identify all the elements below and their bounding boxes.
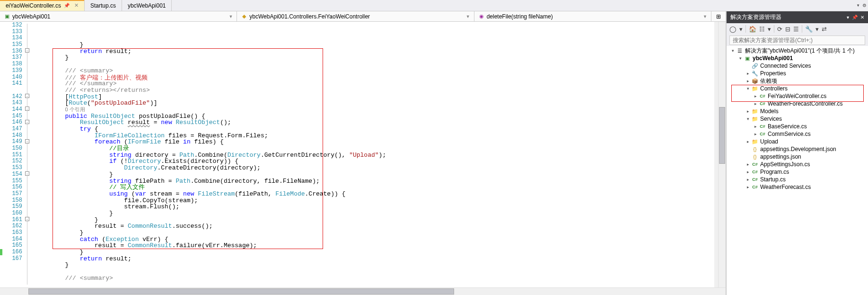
fold-toggle[interactable]: -	[25, 217, 29, 221]
expand-arrow-icon[interactable]: ▸	[745, 177, 751, 182]
document-tabs: eiYaoWeiController.cs📌✕Startup.csybcWebA…	[0, 0, 868, 11]
tab-label: Startup.cs	[90, 2, 116, 9]
close-icon[interactable]: ✕	[74, 2, 79, 9]
expand-arrow-icon[interactable]: ▾	[745, 116, 751, 121]
margin-indicator	[0, 22, 6, 287]
tree-item[interactable]: ▾📁Controllers	[727, 85, 868, 92]
json-icon: {}	[751, 146, 759, 152]
tree-item[interactable]: {}appsettings.Development.json	[727, 145, 868, 153]
expand-arrow-icon[interactable]: ▾	[745, 86, 751, 91]
expand-arrow-icon[interactable]: ▸	[745, 139, 751, 144]
expand-arrow-icon[interactable]: ▸	[745, 109, 751, 114]
scrollbar-thumb[interactable]	[28, 288, 454, 295]
chevron-down-icon: ▼	[228, 14, 233, 19]
split-editor-button[interactable]: ⊞	[711, 11, 726, 21]
tree-item[interactable]: ▸📁Upload	[727, 138, 868, 145]
tree-item[interactable]: ▸C#Startup.cs	[727, 176, 868, 183]
document-tab[interactable]: eiYaoWeiController.cs📌✕	[0, 0, 85, 11]
tree-item-label: CommService.cs	[768, 131, 811, 137]
wrench-icon: 🔧	[751, 70, 759, 77]
code-text-area[interactable]: } return result; } /// <summary> /// 客户端…	[35, 22, 714, 287]
tree-item[interactable]: ▸C#WeatherForecastController.cs	[727, 100, 868, 107]
tree-item[interactable]: ▸C#WeatherForecast.cs	[727, 183, 868, 191]
fold-toggle[interactable]: -	[25, 171, 29, 176]
tree-item-label: AppSettingsJson.cs	[760, 161, 810, 168]
tree-item[interactable]: ▸C#Program.cs	[727, 168, 868, 176]
tree-item[interactable]: ▸C#BaseService.cs	[727, 123, 868, 130]
vertical-scrollbar[interactable]	[718, 22, 726, 287]
tree-item[interactable]: ▾▣ybcWebApi001	[727, 54, 868, 62]
nav-class[interactable]: ◆ ybcWebApi001.Controllers.FeiYaoWeiCont…	[237, 11, 474, 21]
code-editor: ▣ ybcWebApi001 ▼ ◆ ybcWebApi001.Controll…	[0, 11, 726, 295]
tree-item[interactable]: {}appsettings.json	[727, 153, 868, 161]
tab-dropdown-icon[interactable]: ▾	[857, 2, 860, 9]
expand-arrow-icon[interactable]: ▸	[745, 79, 751, 83]
expand-arrow-icon[interactable]: ▾	[729, 48, 736, 53]
fold-toggle[interactable]: -	[25, 120, 29, 124]
solution-tree[interactable]: ▾☰解决方案"ybcWebApi001"(1 个项目/共 1 个)▾▣ybcWe…	[727, 46, 868, 295]
method-icon: ◉	[478, 13, 485, 20]
expand-arrow-icon[interactable]: ▸	[745, 71, 751, 76]
collapse-icon[interactable]: ⊟	[785, 26, 790, 33]
tab-settings-icon[interactable]: ⚙	[863, 2, 866, 9]
solution-explorer: 解决方案资源管理器 ▾ 📌 ✕ ◯ ▾ 🏠 ☷ ▾ ⟳ ⊟ ☰ 🔧 ▾ ⇄	[726, 11, 868, 295]
preview-icon[interactable]: ▾	[815, 26, 819, 33]
close-icon[interactable]: ✕	[860, 15, 864, 20]
tree-item[interactable]: ▸C#FeiYaoWeiController.cs	[727, 92, 868, 100]
outline-column[interactable]: -------	[26, 22, 35, 287]
tree-item[interactable]: ▸📦依赖项	[727, 77, 868, 85]
horizontal-scrollbar[interactable]	[0, 287, 726, 295]
tree-item-label: BaseService.cs	[768, 123, 807, 130]
tree-item[interactable]: ▾☰解决方案"ybcWebApi001"(1 个项目/共 1 个)	[727, 47, 868, 54]
expand-arrow-icon[interactable]: ▾	[737, 56, 744, 61]
cs-icon: C#	[751, 176, 759, 183]
expand-arrow-icon[interactable]: ▸	[752, 101, 759, 106]
tree-item-label: WeatherForecastController.cs	[768, 100, 843, 107]
overview-ruler	[714, 22, 718, 287]
forward-icon[interactable]: ▾	[739, 26, 743, 33]
expand-arrow-icon[interactable]: ▸	[745, 162, 751, 167]
expand-arrow-icon[interactable]: ▸	[752, 124, 759, 129]
panel-toolbar: ◯ ▾ 🏠 ☷ ▾ ⟳ ⊟ ☰ 🔧 ▾ ⇄	[727, 23, 868, 35]
cs-icon: C#	[759, 123, 766, 130]
expand-arrow-icon[interactable]: ▸	[745, 185, 751, 189]
search-input[interactable]	[729, 36, 865, 45]
document-tab[interactable]: Startup.cs	[85, 0, 122, 11]
tree-item[interactable]: ▸C#CommService.cs	[727, 130, 868, 138]
csproj-icon: ▣	[744, 55, 751, 62]
folder-icon: 📁	[751, 108, 759, 115]
fold-toggle[interactable]: -	[25, 139, 29, 143]
expand-arrow-icon[interactable]: ▸	[752, 132, 759, 136]
fold-toggle[interactable]: -	[25, 94, 29, 98]
sync-icon[interactable]: ⇄	[822, 26, 827, 33]
pin-icon[interactable]: 📌	[64, 3, 70, 8]
tree-item[interactable]: ▾📁Services	[727, 115, 868, 123]
scrollbar-thumb[interactable]	[719, 107, 725, 164]
pkg-icon: 📦	[751, 78, 759, 84]
pin-icon[interactable]: 📌	[852, 15, 858, 20]
tree-item[interactable]: ▸📁Models	[727, 107, 868, 115]
solution-icon[interactable]: ☷	[759, 26, 765, 33]
document-tab[interactable]: ybcWebApi001	[122, 0, 172, 11]
refresh-icon[interactable]: ⟳	[777, 26, 782, 33]
fold-toggle[interactable]: -	[25, 48, 29, 53]
tree-item[interactable]: ▸C#AppSettingsJson.cs	[727, 161, 868, 168]
split-icon: ⊞	[716, 13, 721, 20]
csharp-project-icon: ▣	[4, 13, 10, 20]
back-icon[interactable]: ◯	[729, 26, 736, 33]
panel-title-bar[interactable]: 解决方案资源管理器 ▾ 📌 ✕	[727, 11, 868, 23]
home-icon[interactable]: 🏠	[749, 26, 756, 33]
chevron-down-icon: ▼	[703, 14, 707, 19]
properties-icon[interactable]: 🔧	[805, 26, 813, 33]
tree-item[interactable]: ▸🔧Properties	[727, 70, 868, 77]
expand-arrow-icon[interactable]: ▸	[752, 94, 759, 98]
chevron-down-icon: ▼	[466, 14, 470, 19]
nav-project[interactable]: ▣ ybcWebApi001 ▼	[0, 11, 237, 21]
panel-menu-icon[interactable]: ▾	[847, 15, 849, 20]
tree-item[interactable]: 🔗Connected Services	[727, 62, 868, 70]
show-all-icon[interactable]: ▾	[768, 26, 771, 33]
view-icon[interactable]: ☰	[793, 26, 799, 33]
expand-arrow-icon[interactable]: ▸	[745, 170, 751, 174]
fold-toggle[interactable]: -	[25, 107, 29, 111]
nav-member[interactable]: ◉ deleteFile(string fileName) ▼	[474, 11, 711, 21]
